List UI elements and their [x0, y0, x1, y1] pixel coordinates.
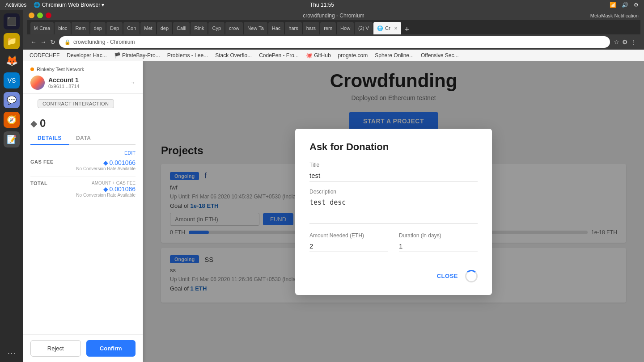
tab-rem[interactable]: Rem: [72, 22, 89, 34]
mm-gas-fee-eth: ◆ 0.001066: [76, 159, 136, 166]
mm-account-arrow[interactable]: →: [130, 80, 136, 86]
bookmark-codepen[interactable]: CodePen - Fro...: [256, 51, 301, 59]
modal-description-label: Description: [309, 189, 478, 195]
mm-tabs: DETAILS DATA: [30, 131, 136, 145]
bookmark-progate[interactable]: progate.com: [335, 51, 371, 59]
taskbar-compass[interactable]: 🧭: [4, 112, 20, 128]
tab-cyp[interactable]: Cyp: [208, 22, 225, 34]
modal-title-label: Title: [309, 162, 478, 168]
mm-gas-fee-value: ◆ 0.001066 No Conversion Rate Available: [76, 159, 136, 171]
extension-icon[interactable]: ⚙: [622, 38, 628, 46]
mm-eth-value: 0: [40, 117, 46, 130]
modal-description-textarea[interactable]: test desc: [309, 197, 478, 223]
tab-hac[interactable]: Hac: [268, 22, 284, 34]
bookmarks-bar: CODECHEF Developer Hac... 🏴 PirateBay-Pr…: [23, 50, 644, 61]
maximize-btn[interactable]: [37, 13, 43, 18]
menu-icon[interactable]: ⋮: [631, 38, 637, 46]
taskbar-firefox[interactable]: 🦊: [4, 53, 20, 69]
page-content: Crowdfunding Deployed on Ethereum testne…: [143, 61, 644, 362]
os-clock: Thu 11:55: [310, 2, 334, 8]
bookmark-offensive[interactable]: Offensive Sec...: [418, 51, 462, 59]
tab-rem2[interactable]: rem: [320, 22, 336, 34]
forward-btn[interactable]: →: [40, 38, 47, 46]
back-btn[interactable]: ←: [30, 38, 37, 46]
tab-crea[interactable]: MCrea: [30, 22, 54, 34]
url-box[interactable]: 🔒 crowdfunding - Chromium: [59, 36, 610, 48]
mm-badge: CONTRACT INTERACTION: [38, 99, 114, 108]
taskbar-grid[interactable]: ⋯: [7, 348, 16, 358]
mm-network-label: Rinkeby Test Network: [37, 67, 84, 72]
modal-duration-field: Duration (in days): [399, 232, 478, 252]
taskbar-vscode[interactable]: VS: [4, 72, 20, 88]
network-dot: [30, 67, 34, 71]
taskbar-notepad[interactable]: 📝: [4, 131, 20, 147]
taskbar-terminal[interactable]: ⬛: [4, 13, 20, 29]
close-btn[interactable]: [46, 13, 51, 18]
taskbar: ⬛ 📁 🦊 VS 💬 🧭 📝 ⋯: [0, 10, 23, 362]
tab-how[interactable]: How: [337, 22, 354, 34]
tab-hars1[interactable]: hars: [285, 22, 301, 34]
mm-header: Rinkeby Test Network Account 1 0x9611...…: [23, 61, 143, 94]
tab-bloc[interactable]: bloc: [55, 22, 71, 34]
tab-con[interactable]: Con: [123, 22, 140, 34]
tabs-bar: MCrea bloc Rem dep Dep Con Met dep Calli…: [27, 20, 640, 34]
modal-close-button[interactable]: CLOSE: [437, 273, 458, 279]
bookmark-sphere[interactable]: Sphere Online...: [372, 51, 416, 59]
mm-divider: [30, 177, 136, 177]
loading-spinner: [465, 270, 478, 282]
browser-app-label: 🌐 Chromium Web Browser ▾: [34, 2, 104, 8]
modal-footer: CLOSE: [309, 270, 478, 282]
modal-title-field: Title: [309, 162, 478, 181]
mm-edit-btn[interactable]: EDIT: [30, 150, 136, 156]
tab-calli[interactable]: Calli: [173, 22, 190, 34]
browser-window: crowdfunding - Chromium MetaMask Notific…: [23, 10, 644, 362]
tab-v[interactable]: (2) V: [355, 22, 373, 34]
bookmark-piratebay[interactable]: 🏴 PirateBay-Pro...: [111, 51, 163, 59]
mm-gas-fee-note: No Conversion Rate Available: [76, 166, 136, 171]
bookmark-github[interactable]: 🐙 GitHub: [303, 51, 334, 59]
tab-rink[interactable]: Rink: [191, 22, 208, 34]
mm-tab-data[interactable]: DATA: [69, 131, 98, 145]
bookmark-problems[interactable]: Problems - Lee...: [165, 51, 211, 59]
bookmark-star-icon[interactable]: ☆: [614, 38, 619, 46]
confirm-button[interactable]: Confirm: [86, 340, 136, 357]
bookmark-codechef[interactable]: CODECHEF: [27, 51, 62, 59]
minimize-btn[interactable]: [29, 13, 34, 18]
taskbar-discord[interactable]: 💬: [4, 92, 20, 108]
mm-fees-section: EDIT GAS FEE ◆ 0.001066 No Conversion Ra…: [23, 145, 143, 334]
tab-crow[interactable]: crow: [225, 22, 243, 34]
eth-logo-icon: ◆: [30, 118, 37, 129]
mm-tab-details[interactable]: DETAILS: [30, 131, 69, 145]
modal-amount-input[interactable]: [309, 240, 388, 252]
tab-newta[interactable]: New Ta: [244, 22, 267, 34]
mm-account: Account 1 0x9611...8714 →: [30, 76, 136, 90]
new-tab-btn[interactable]: +: [402, 25, 412, 34]
bookmark-devhack[interactable]: Developer Hac...: [64, 51, 109, 59]
browser-title: crowdfunding - Chromium: [303, 13, 364, 19]
tab-met[interactable]: Met: [140, 22, 156, 34]
metamask-panel: Rinkeby Test Network Account 1 0x9611...…: [23, 61, 143, 362]
mm-buttons: Reject Confirm: [23, 334, 143, 362]
tab-dep2[interactable]: Dep: [106, 22, 123, 34]
modal-duration-input[interactable]: [399, 240, 478, 252]
tab-hars2[interactable]: hars: [303, 22, 319, 34]
modal-title-input[interactable]: [309, 170, 478, 181]
mm-avatar: [30, 76, 45, 90]
mm-badge-container: CONTRACT INTERACTION: [23, 94, 143, 114]
bookmark-stackoverflow[interactable]: Stack Overflo...: [212, 51, 254, 59]
tab-dep1[interactable]: dep: [90, 22, 106, 34]
tab-cr[interactable]: 🌐Cr✕: [373, 22, 401, 34]
taskbar-files[interactable]: 📁: [4, 33, 20, 49]
mm-total-note: No Conversion Rate Available: [76, 193, 136, 198]
refresh-btn[interactable]: ↻: [50, 38, 55, 46]
modal-amount-label: Amount Needed (ETH): [309, 232, 388, 239]
mm-gas-fee-label: GAS FEE: [30, 159, 54, 164]
mm-network: Rinkeby Test Network: [30, 67, 136, 72]
modal-amount-field: Amount Needed (ETH): [309, 232, 388, 252]
modal-overlay[interactable]: Ask for Donation Title Description test …: [143, 61, 644, 362]
tab-dep3[interactable]: dep: [157, 22, 172, 34]
activities-label[interactable]: Activities: [5, 2, 26, 8]
reject-button[interactable]: Reject: [30, 340, 81, 357]
settings-icon: ⚙: [634, 2, 639, 8]
mm-account-info: Account 1 0x9611...8714: [48, 76, 127, 89]
